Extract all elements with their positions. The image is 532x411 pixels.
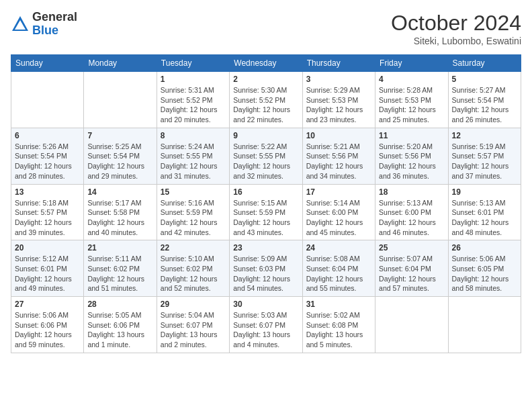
day-number: 23 [233,243,298,253]
day-info: Sunrise: 5:10 AM Sunset: 6:02 PM Dayligh… [161,254,226,293]
calendar-cell: 23Sunrise: 5:09 AM Sunset: 6:03 PM Dayli… [230,240,302,297]
day-info: Sunrise: 5:19 AM Sunset: 5:57 PM Dayligh… [452,142,517,181]
day-number: 7 [87,131,152,140]
day-info: Sunrise: 5:14 AM Sunset: 6:00 PM Dayligh… [306,198,371,238]
calendar-cell [375,297,448,353]
day-number: 16 [233,187,298,197]
calendar-cell: 4Sunrise: 5:28 AM Sunset: 5:53 PM Daylig… [375,72,448,128]
day-number: 2 [233,75,298,84]
calendar-cell: 25Sunrise: 5:07 AM Sunset: 6:04 PM Dayli… [375,240,448,297]
day-number: 4 [379,75,444,84]
location: Siteki, Lubombo, Eswatini [391,36,521,46]
day-number: 15 [161,187,226,197]
day-info: Sunrise: 5:20 AM Sunset: 5:56 PM Dayligh… [379,142,444,181]
day-number: 11 [379,131,444,140]
day-info: Sunrise: 5:17 AM Sunset: 5:58 PM Dayligh… [87,198,152,238]
logo-text: General Blue [32,11,77,38]
calendar-cell: 7Sunrise: 5:25 AM Sunset: 5:54 PM Daylig… [84,128,157,184]
day-info: Sunrise: 5:22 AM Sunset: 5:55 PM Dayligh… [233,142,298,181]
day-number: 27 [15,300,80,309]
day-info: Sunrise: 5:28 AM Sunset: 5:53 PM Dayligh… [379,85,444,125]
calendar-cell: 26Sunrise: 5:06 AM Sunset: 6:05 PM Dayli… [448,240,521,297]
calendar-cell: 31Sunrise: 5:02 AM Sunset: 6:08 PM Dayli… [302,297,375,353]
calendar-cell: 9Sunrise: 5:22 AM Sunset: 5:55 PM Daylig… [230,128,302,184]
day-number: 19 [452,187,517,197]
calendar-day-header: Wednesday [230,55,302,72]
day-number: 30 [233,300,298,309]
calendar-cell: 18Sunrise: 5:13 AM Sunset: 6:00 PM Dayli… [375,184,448,240]
day-info: Sunrise: 5:08 AM Sunset: 6:04 PM Dayligh… [306,254,371,293]
calendar-week-row: 13Sunrise: 5:18 AM Sunset: 5:57 PM Dayli… [11,184,521,240]
calendar-cell: 15Sunrise: 5:16 AM Sunset: 5:59 PM Dayli… [157,184,229,240]
day-number: 3 [306,75,371,84]
day-info: Sunrise: 5:31 AM Sunset: 5:52 PM Dayligh… [161,85,226,125]
day-info: Sunrise: 5:06 AM Sunset: 6:06 PM Dayligh… [15,310,80,350]
day-info: Sunrise: 5:12 AM Sunset: 6:01 PM Dayligh… [15,254,80,293]
calendar-cell: 13Sunrise: 5:18 AM Sunset: 5:57 PM Dayli… [11,184,84,240]
calendar-cell: 21Sunrise: 5:11 AM Sunset: 6:02 PM Dayli… [84,240,157,297]
calendar-cell: 10Sunrise: 5:21 AM Sunset: 5:56 PM Dayli… [302,128,375,184]
day-number: 8 [161,131,226,140]
day-number: 6 [15,131,80,140]
calendar-cell [448,297,521,353]
day-number: 21 [87,243,152,253]
day-number: 22 [161,243,226,253]
calendar-cell: 17Sunrise: 5:14 AM Sunset: 6:00 PM Dayli… [302,184,375,240]
day-number: 26 [452,243,517,253]
calendar-cell: 2Sunrise: 5:30 AM Sunset: 5:52 PM Daylig… [230,72,302,128]
day-info: Sunrise: 5:05 AM Sunset: 6:06 PM Dayligh… [87,310,152,350]
day-info: Sunrise: 5:24 AM Sunset: 5:55 PM Dayligh… [161,142,226,181]
calendar-day-header: Tuesday [157,55,229,72]
calendar-day-header: Saturday [448,55,521,72]
calendar-cell: 30Sunrise: 5:03 AM Sunset: 6:07 PM Dayli… [230,297,302,353]
day-number: 20 [15,243,80,253]
calendar-cell: 12Sunrise: 5:19 AM Sunset: 5:57 PM Dayli… [448,128,521,184]
day-number: 9 [233,131,298,140]
calendar-table: SundayMondayTuesdayWednesdayThursdayFrid… [11,54,521,353]
day-info: Sunrise: 5:18 AM Sunset: 5:57 PM Dayligh… [15,198,80,238]
day-info: Sunrise: 5:06 AM Sunset: 6:05 PM Dayligh… [452,254,517,293]
calendar-cell: 1Sunrise: 5:31 AM Sunset: 5:52 PM Daylig… [157,72,229,128]
day-number: 24 [306,243,371,253]
day-number: 1 [161,75,226,84]
calendar-day-header: Monday [84,55,157,72]
day-info: Sunrise: 5:30 AM Sunset: 5:52 PM Dayligh… [233,85,298,125]
calendar-cell: 8Sunrise: 5:24 AM Sunset: 5:55 PM Daylig… [157,128,229,184]
calendar-cell: 22Sunrise: 5:10 AM Sunset: 6:02 PM Dayli… [157,240,229,297]
calendar-cell [11,72,84,128]
month-title: October 2024 [391,11,521,36]
day-info: Sunrise: 5:25 AM Sunset: 5:54 PM Dayligh… [87,142,152,181]
day-info: Sunrise: 5:11 AM Sunset: 6:02 PM Dayligh… [87,254,152,293]
day-number: 14 [87,187,152,197]
day-info: Sunrise: 5:02 AM Sunset: 6:08 PM Dayligh… [306,310,371,350]
day-info: Sunrise: 5:16 AM Sunset: 5:59 PM Dayligh… [161,198,226,238]
logo: General Blue [11,11,77,38]
calendar-cell: 27Sunrise: 5:06 AM Sunset: 6:06 PM Dayli… [11,297,84,353]
day-info: Sunrise: 5:09 AM Sunset: 6:03 PM Dayligh… [233,254,298,293]
day-info: Sunrise: 5:29 AM Sunset: 5:53 PM Dayligh… [306,85,371,125]
day-info: Sunrise: 5:13 AM Sunset: 6:00 PM Dayligh… [379,198,444,238]
calendar-header-row: SundayMondayTuesdayWednesdayThursdayFrid… [11,55,521,72]
calendar-cell: 5Sunrise: 5:27 AM Sunset: 5:54 PM Daylig… [448,72,521,128]
calendar-day-header: Sunday [11,55,84,72]
title-block: October 2024 Siteki, Lubombo, Eswatini [391,11,521,46]
calendar-week-row: 1Sunrise: 5:31 AM Sunset: 5:52 PM Daylig… [11,72,521,128]
calendar-cell: 14Sunrise: 5:17 AM Sunset: 5:58 PM Dayli… [84,184,157,240]
day-info: Sunrise: 5:15 AM Sunset: 5:59 PM Dayligh… [233,198,298,238]
calendar-week-row: 27Sunrise: 5:06 AM Sunset: 6:06 PM Dayli… [11,297,521,353]
day-number: 18 [379,187,444,197]
day-info: Sunrise: 5:13 AM Sunset: 6:01 PM Dayligh… [452,198,517,238]
calendar-day-header: Friday [375,55,448,72]
page-header: General Blue October 2024 Siteki, Lubomb… [11,11,521,46]
calendar-cell: 29Sunrise: 5:04 AM Sunset: 6:07 PM Dayli… [157,297,229,353]
calendar-week-row: 20Sunrise: 5:12 AM Sunset: 6:01 PM Dayli… [11,240,521,297]
day-number: 10 [306,131,371,140]
day-info: Sunrise: 5:26 AM Sunset: 5:54 PM Dayligh… [15,142,80,181]
calendar-cell: 24Sunrise: 5:08 AM Sunset: 6:04 PM Dayli… [302,240,375,297]
calendar-cell: 3Sunrise: 5:29 AM Sunset: 5:53 PM Daylig… [302,72,375,128]
day-info: Sunrise: 5:07 AM Sunset: 6:04 PM Dayligh… [379,254,444,293]
calendar-day-header: Thursday [302,55,375,72]
day-number: 28 [87,300,152,309]
day-number: 5 [452,75,517,84]
day-number: 13 [15,187,80,197]
